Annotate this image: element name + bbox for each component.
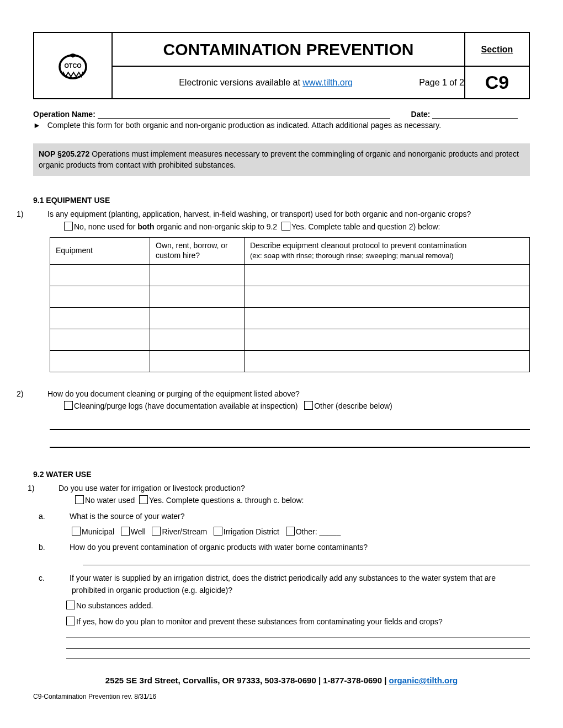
q-9-1-1: 1)Is any equipment (planting, applicatio…: [33, 208, 530, 233]
q-9-2-1a: a.What is the source of your water?: [33, 510, 530, 522]
operation-name-label: Operation Name:: [33, 110, 95, 119]
text-line-input[interactable]: [66, 659, 530, 659]
nop-box: NOP §205.272 Operations must implement m…: [33, 143, 530, 176]
checkbox-other-doc[interactable]: [304, 401, 313, 410]
checkbox-river[interactable]: [152, 527, 161, 536]
equipment-table: Equipment Own, rent, borrow, or custom h…: [50, 237, 530, 372]
operation-name-input[interactable]: [98, 109, 390, 119]
table-row[interactable]: [50, 329, 530, 350]
text-line-input[interactable]: [66, 648, 530, 649]
header-box: OTCO CONTAMINATION PREVENTION Section El…: [33, 32, 530, 99]
arrow-icon: ►: [33, 121, 41, 130]
if-yes-line: If yes, how do you plan to monitor and p…: [33, 615, 530, 628]
text-line-input[interactable]: [66, 638, 530, 638]
checkbox-no-water[interactable]: [75, 495, 84, 504]
logo-cell: OTCO: [34, 33, 112, 99]
form-title: CONTAMINATION PREVENTION: [112, 33, 465, 66]
section-code: C9: [465, 66, 529, 99]
checkbox-municipal[interactable]: [72, 527, 81, 536]
checkbox-well[interactable]: [121, 527, 130, 536]
section-9-2-head: 9.2 WATER USE: [33, 470, 530, 479]
checkbox-if-yes[interactable]: [66, 617, 75, 625]
page-number: Page 1 of 2: [419, 78, 464, 88]
checkbox-irrigation-district[interactable]: [214, 527, 222, 536]
name-date-row: Operation Name: Date:: [33, 109, 530, 119]
footer-address: 2525 SE 3rd Street, Corvallis, OR 97333,…: [33, 676, 530, 685]
section-label: Section: [465, 33, 529, 66]
date-label: Date:: [411, 110, 430, 119]
q-9-1-2: 2)How do you document cleaning or purgin…: [33, 388, 530, 413]
tilth-link[interactable]: www.tilth.org: [302, 78, 353, 87]
otco-logo-icon: OTCO: [56, 49, 89, 82]
svg-text:OTCO: OTCO: [64, 62, 81, 68]
checkbox-logs[interactable]: [64, 401, 73, 410]
footer-email-link[interactable]: organic@tilth.org: [389, 676, 458, 685]
footer-revision: C9-Contamination Prevention rev. 8/31/16: [33, 693, 530, 700]
text-line-input[interactable]: [83, 565, 530, 565]
checkbox-no-equip[interactable]: [64, 222, 73, 231]
q-9-2-1c: c.If your water is supplied by an irriga…: [33, 572, 530, 597]
text-line-input[interactable]: [50, 436, 530, 448]
subtitle-cell: Electronic versions available at www.til…: [112, 66, 465, 99]
no-substances-line: No substances added.: [33, 599, 530, 612]
checkbox-yes-water[interactable]: [139, 495, 148, 504]
table-row[interactable]: [50, 286, 530, 307]
table-row[interactable]: [50, 350, 530, 372]
text-line-input[interactable]: [50, 418, 530, 430]
q-9-2-1b: b.How do you prevent contamination of or…: [33, 541, 530, 553]
table-row[interactable]: [50, 264, 530, 286]
checkbox-other-source[interactable]: [286, 527, 295, 536]
th-equipment: Equipment: [50, 237, 150, 264]
checkbox-no-substances[interactable]: [66, 601, 75, 609]
th-own: Own, rent, borrow, or custom hire?: [150, 237, 245, 264]
instruction-line: ► Complete this form for both organic an…: [33, 121, 530, 130]
water-source-options: Municipal Well River/Stream Irrigation D…: [33, 526, 530, 538]
section-9-1-head: 9.1 EQUIPMENT USE: [33, 196, 530, 205]
date-input[interactable]: [432, 109, 518, 119]
th-protocol: Describe equipment cleanout protocol to …: [245, 237, 530, 264]
table-row[interactable]: [50, 307, 530, 329]
q-9-2-1: 1)Do you use water for irrigation or liv…: [33, 482, 530, 507]
checkbox-yes-equip[interactable]: [282, 222, 290, 231]
